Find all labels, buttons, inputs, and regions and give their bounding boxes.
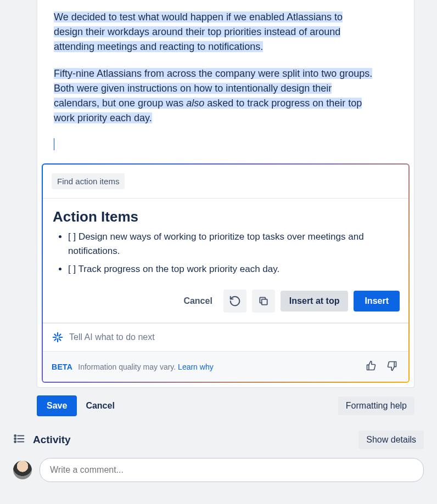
selection-em[interactable]: also [186,98,204,109]
svg-rect-0 [262,299,267,305]
save-button[interactable]: Save [37,395,77,416]
svg-line-6 [59,339,61,341]
svg-point-11 [14,438,16,440]
comment-row [5,458,432,482]
ai-panel-body: Action Items [ ] Design new ways of work… [43,199,408,282]
editor-card: We decided to test what would happen if … [37,0,414,388]
ai-prompt-row[interactable]: Tell AI what to do next [43,323,408,351]
list-item: [ ] Track progress on the top work prior… [68,262,399,276]
retry-button[interactable] [223,290,246,313]
selection[interactable]: design their workdays around their top p… [54,26,340,37]
list-item: [ ] Design new ways of working to priori… [68,230,399,259]
cancel-button[interactable]: Cancel [86,401,114,411]
ai-prompt-chip[interactable]: Find action items [52,173,125,189]
selection[interactable]: Fifty-nine Atlassians from across the co… [54,68,372,79]
insert-button[interactable]: Insert [354,291,400,312]
copy-icon [258,296,269,307]
activity-icon [13,433,25,447]
svg-line-8 [59,335,61,336]
svg-point-9 [14,435,16,437]
ai-sparkle-icon [52,331,64,343]
activity-title: Activity [33,434,71,446]
svg-line-5 [55,335,57,336]
ai-result-title: Action Items [53,208,399,225]
copy-button[interactable] [252,290,275,313]
selection[interactable]: calendars, but one group was [54,98,186,109]
formatting-help-button[interactable]: Formatting help [338,397,414,415]
svg-point-13 [14,441,16,443]
thumbs-up-button[interactable] [363,358,379,375]
comment-input[interactable] [40,458,424,482]
selection[interactable]: Both were given instructions on how to i… [54,83,332,94]
thumbs-down-button[interactable] [384,358,400,375]
avatar[interactable] [13,461,32,479]
thumbs-down-icon [386,360,397,371]
selection[interactable]: We decided to test what would happen if … [54,12,343,22]
ai-panel: Find action items Action Items [ ] Desig… [42,163,410,383]
show-details-button[interactable]: Show details [358,431,424,449]
selection[interactable]: work priority each day. [54,112,152,123]
thumbs-up-icon [366,360,377,371]
action-items-list: [ ] Design new ways of working to priori… [53,230,399,276]
paragraph-2[interactable]: Fifty-nine Atlassians from across the co… [54,66,397,126]
cancel-button[interactable]: Cancel [178,292,217,310]
retry-icon [229,295,241,307]
editor-action-row: Save Cancel Formatting help [37,388,414,416]
paragraph-1[interactable]: We decided to test what would happen if … [54,10,397,54]
ai-panel-header: Find action items [43,165,408,198]
svg-line-7 [55,339,57,341]
insert-at-top-button[interactable]: Insert at top [281,291,349,312]
ai-info-text: Information quality may vary. Learn why [78,363,213,371]
ai-footer: BETA Information quality may vary. Learn… [43,351,408,382]
selection[interactable]: asked to track progress on their top [204,98,362,109]
activity-header: Activity Show details [5,431,432,449]
beta-badge: BETA [52,363,72,371]
ai-prompt-placeholder: Tell AI what to do next [69,332,155,342]
document-content[interactable]: We decided to test what would happen if … [37,10,414,163]
ai-action-bar: Cancel Insert at top Insert [43,282,408,322]
selection[interactable]: attending meetings and reacting to notif… [54,41,263,52]
text-cursor [54,138,54,150]
learn-why-link[interactable]: Learn why [178,363,214,371]
